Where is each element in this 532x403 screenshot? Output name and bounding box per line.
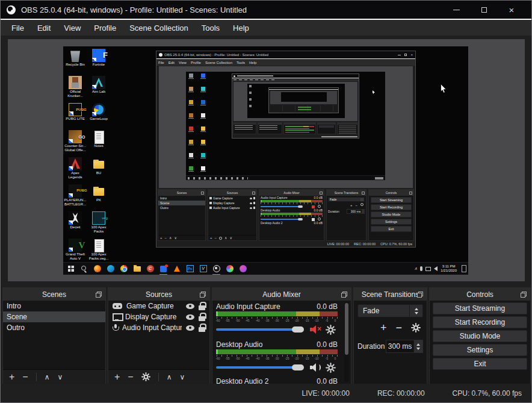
scene-item-intro[interactable]: Intro (3, 301, 105, 311)
speaker-icon[interactable] (310, 363, 322, 372)
monitor-icon (113, 313, 121, 320)
float-panel-icon[interactable] (521, 292, 527, 298)
desktop-icon-gtav: Grand Theft Auto V (64, 239, 87, 261)
transition-select[interactable]: Fade (357, 304, 423, 317)
settings-button[interactable]: Settings (433, 344, 527, 356)
nested-minimize-icon (398, 55, 401, 55)
float-panel-icon[interactable] (341, 292, 347, 298)
lock-icon[interactable] (199, 313, 205, 321)
menu-file[interactable]: File (5, 20, 31, 36)
remove-scene-button[interactable]: − (22, 371, 28, 383)
float-panel-icon[interactable] (96, 292, 102, 298)
vegas-icon (200, 265, 207, 272)
scene-transitions-panel: Scene Transitions Fade + − Duration 300 … (353, 287, 427, 384)
start-streaming-button[interactable]: Start Streaming (433, 302, 527, 314)
controls-panel-title: Controls (430, 288, 530, 301)
desktop-icon-deceit: Deceit (64, 211, 87, 230)
pubg-icon (69, 184, 82, 198)
folder-icon (92, 184, 105, 198)
float-panel-icon[interactable] (417, 292, 423, 298)
add-source-button[interactable]: + (114, 371, 120, 383)
menu-view[interactable]: View (57, 20, 87, 36)
source-item-game-capture[interactable]: Game Capture (108, 301, 209, 311)
source-up-button[interactable]: ∧ (167, 373, 172, 381)
scene-up-button[interactable]: ∧ (45, 373, 50, 381)
desktop-icon-aimlab: Aim Lab (87, 76, 110, 94)
remove-source-button[interactable]: − (128, 371, 133, 383)
float-panel-icon[interactable] (200, 292, 206, 298)
channel-settings-gear-icon[interactable] (326, 363, 336, 373)
minimize-button[interactable] (442, 1, 470, 19)
meter-scale: -60-55-50-45-40-35-30-25-20-15-10-50 (216, 317, 338, 323)
studio-mode-button[interactable]: Studio Mode (433, 330, 527, 342)
menu-profile[interactable]: Profile (87, 20, 123, 36)
desktop-icon-apex-packs: 100 Apex Packs (87, 211, 110, 234)
visibility-eye-icon[interactable] (186, 325, 194, 331)
scene-item-outro[interactable]: Outro (3, 322, 105, 333)
lock-icon[interactable] (199, 302, 205, 310)
start-recording-button[interactable]: Start Recording (433, 316, 527, 328)
menu-tools[interactable]: Tools (195, 20, 226, 36)
lock-icon[interactable] (199, 323, 205, 332)
show-desktop-icon (462, 265, 466, 272)
sources-panel-title: Sources (108, 288, 209, 301)
combo-spinner[interactable] (409, 305, 422, 317)
desktop-icon-bu-folder: BU (87, 157, 110, 175)
slider-handle[interactable] (292, 364, 304, 370)
desktop-icon-notes: Notes (87, 130, 110, 148)
microphone-icon (113, 324, 118, 332)
desktop-icon-krunker: Official Krunker... (64, 76, 87, 98)
transition-buttons: + − (354, 320, 421, 335)
volume-slider[interactable] (216, 363, 306, 372)
scene-down-button[interactable]: ∨ (57, 373, 63, 381)
scenes-toolbar: + − ∧ ∨ (3, 369, 105, 384)
remove-transition-button[interactable]: − (395, 322, 402, 334)
volume-meter (216, 311, 338, 316)
source-properties-gear-icon[interactable] (141, 372, 150, 381)
csgo-icon (69, 130, 82, 143)
transition-properties-gear-icon[interactable] (411, 323, 421, 333)
add-transition-button[interactable]: + (380, 322, 387, 334)
nested-obs-logo-icon (159, 53, 162, 57)
source-item-audio-input-capture[interactable]: Audio Input Capture (108, 322, 209, 333)
captured-taskbar: 3:11 PM 1/21/2020 (63, 262, 468, 275)
spinbox-arrows[interactable] (413, 340, 422, 352)
mute-speaker-icon[interactable]: × (310, 325, 322, 334)
exit-button[interactable]: Exit (433, 358, 527, 370)
visibility-eye-icon[interactable] (186, 314, 194, 320)
desktop-icon-recycle-bin: Recycle Bin (64, 49, 87, 67)
menu-help[interactable]: Help (226, 20, 256, 36)
maximize-icon (481, 7, 487, 13)
add-scene-button[interactable]: + (9, 371, 14, 383)
maximize-button[interactable] (470, 1, 498, 19)
desktop-icon-apex-packs-veg: 100 Apex Packs.veg... (87, 239, 110, 261)
file-explorer-icon (134, 266, 141, 272)
obs-main-window: OBS 25.0.4 (64-bit, windows) - Profile: … (0, 0, 532, 403)
minimize-icon (453, 10, 460, 10)
source-item-display-capture[interactable]: Display Capture (108, 311, 209, 322)
search-icon (81, 266, 87, 272)
notes-file-icon (92, 130, 105, 143)
mixer-scrollbar[interactable] (344, 302, 349, 382)
menu-scene-collection[interactable]: Scene Collection (123, 20, 195, 36)
close-button[interactable]: × (498, 1, 525, 19)
transitions-panel-title: Scene Transitions (354, 288, 427, 301)
visibility-eye-icon[interactable] (186, 304, 194, 309)
channel-settings-gear-icon[interactable] (326, 325, 336, 335)
nested-menu-bar: FileEditViewProfileScene CollectionTools… (156, 59, 415, 66)
menu-edit[interactable]: Edit (31, 20, 57, 36)
apex-legends-icon (69, 157, 82, 170)
duration-spinbox[interactable]: 300 ms (386, 340, 423, 353)
slider-handle[interactable] (292, 326, 304, 333)
menu-bar: File Edit View Profile Scene Collection … (1, 20, 531, 36)
veg-file-icon (92, 211, 105, 225)
sources-panel: Sources Game Capture Display Capture Aud… (108, 287, 210, 384)
notification-app-icon (160, 266, 167, 272)
tray-network-icon (425, 267, 431, 271)
file-icon (92, 239, 105, 252)
volume-meter (216, 349, 338, 354)
scene-item-scene[interactable]: Scene (3, 311, 105, 322)
volume-slider[interactable] (216, 325, 306, 334)
source-down-button[interactable]: ∨ (179, 373, 185, 381)
chrome-icon (120, 265, 128, 272)
